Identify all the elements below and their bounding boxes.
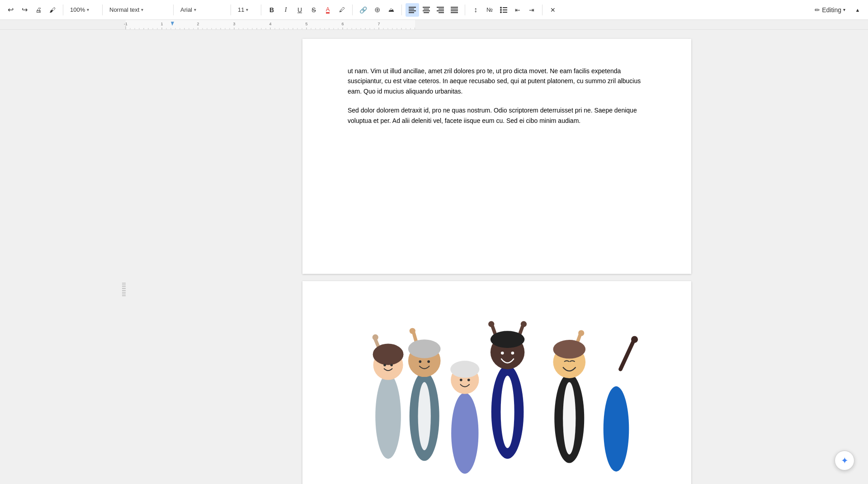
svg-point-16 xyxy=(500,7,502,9)
sep8 xyxy=(465,5,465,15)
svg-text:3: 3 xyxy=(233,22,235,26)
align-right-button[interactable] xyxy=(434,3,447,17)
page-1-text[interactable]: ut nam. Vim ut illud ancillae, amet zril… xyxy=(348,66,646,126)
sep5 xyxy=(261,5,261,15)
format-paint-button[interactable]: 🖌 xyxy=(46,3,59,17)
sep1 xyxy=(63,5,63,15)
print-button[interactable]: 🖨 xyxy=(32,3,45,17)
font-family-value: Arial xyxy=(180,6,192,13)
svg-text:-1: -1 xyxy=(124,22,127,26)
svg-point-114 xyxy=(419,360,421,363)
svg-rect-0 xyxy=(409,7,416,8)
svg-rect-10 xyxy=(437,10,444,11)
align-left-button[interactable] xyxy=(406,3,419,17)
bold-icon: B xyxy=(269,6,274,14)
content-area: ut nam. Vim ut illud ancillae, amet zril… xyxy=(0,30,868,484)
alignment-group xyxy=(406,3,461,17)
paragraph-1[interactable]: ut nam. Vim ut illud ancillae, amet zril… xyxy=(348,66,646,96)
highlight-button[interactable]: 🖊 xyxy=(335,3,349,17)
svg-rect-22 xyxy=(0,20,126,29)
svg-rect-7 xyxy=(424,12,429,13)
svg-text:5: 5 xyxy=(305,22,307,26)
svg-point-132 xyxy=(578,330,584,336)
svg-point-124 xyxy=(521,321,527,327)
line-spacing-button[interactable]: ↕ xyxy=(469,3,482,17)
svg-rect-13 xyxy=(451,9,458,9)
link-button[interactable]: 🔗 xyxy=(356,3,370,17)
underline-icon: U xyxy=(297,6,302,14)
svg-point-120 xyxy=(467,379,470,381)
svg-point-107 xyxy=(390,364,393,367)
strikethrough-icon: S xyxy=(311,6,316,14)
svg-rect-19 xyxy=(503,9,507,10)
paragraph-2[interactable]: Sed dolor dolorem detraxit id, pro ne qu… xyxy=(348,105,646,126)
editing-mode-label: Editing xyxy=(822,6,841,14)
font-family-select[interactable]: Arial ▾ xyxy=(177,3,227,17)
svg-point-134 xyxy=(563,382,576,454)
svg-point-119 xyxy=(460,379,462,381)
style-select[interactable]: Normal text ▾ xyxy=(106,3,170,17)
svg-point-116 xyxy=(451,393,478,474)
svg-rect-5 xyxy=(424,9,429,9)
svg-point-103 xyxy=(375,374,401,459)
text-format-group: B I U S A 🖊 xyxy=(265,3,349,17)
svg-point-138 xyxy=(631,336,638,343)
zoom-caret-icon: ▾ xyxy=(87,7,89,12)
svg-point-136 xyxy=(553,340,585,358)
svg-rect-17 xyxy=(503,7,507,8)
align-center-button[interactable] xyxy=(420,3,433,17)
svg-rect-11 xyxy=(439,12,444,13)
insert-comment-button[interactable]: ⊕ xyxy=(370,3,384,17)
strikethrough-button[interactable]: S xyxy=(307,3,321,17)
svg-point-20 xyxy=(500,11,502,13)
bold-button[interactable]: B xyxy=(265,3,278,17)
zoom-select[interactable]: 100% ▾ xyxy=(67,3,99,17)
insert-icon: ⊕ xyxy=(374,5,380,14)
toolbar: ↩ ↪ 🖨 🖌 100% ▾ Normal text ▾ Arial ▾ 11 … xyxy=(0,0,868,20)
svg-text:4: 4 xyxy=(269,22,271,26)
svg-point-118 xyxy=(450,361,479,378)
editing-mode-caret-icon: ▾ xyxy=(843,7,845,12)
redo-button[interactable]: ↪ xyxy=(18,3,31,17)
align-justify-button[interactable] xyxy=(448,3,461,17)
document-page-1: ut nam. Vim ut illud ancillae, amet zril… xyxy=(302,39,691,274)
indent-less-button[interactable]: ⇤ xyxy=(511,3,524,17)
svg-point-102 xyxy=(373,334,378,340)
svg-rect-4 xyxy=(423,7,430,8)
svg-marker-25 xyxy=(171,22,174,26)
zoom-value: 100% xyxy=(70,6,85,13)
sep2 xyxy=(102,5,103,15)
insert-group: 🔗 ⊕ ⛰ xyxy=(356,3,398,17)
redo-icon: ↪ xyxy=(22,5,28,14)
style-caret-icon: ▾ xyxy=(141,7,143,12)
editing-mode-selector[interactable]: ✏ Editing ▾ xyxy=(810,5,850,15)
align-justify-icon xyxy=(451,7,458,13)
insert-image-button[interactable]: ⛰ xyxy=(384,3,398,17)
svg-point-105 xyxy=(373,344,404,365)
indent-more-button[interactable]: ⇥ xyxy=(525,3,538,17)
undo-button[interactable]: ↩ xyxy=(4,3,17,17)
italic-button[interactable]: I xyxy=(279,3,292,17)
svg-rect-2 xyxy=(409,10,416,11)
format-paint-icon: 🖌 xyxy=(49,6,56,14)
underline-button[interactable]: U xyxy=(293,3,307,17)
svg-text:2: 2 xyxy=(197,22,199,26)
svg-point-115 xyxy=(427,360,430,363)
collapse-button[interactable]: ▲ xyxy=(851,3,864,17)
svg-point-139 xyxy=(604,386,629,472)
svg-text:7: 7 xyxy=(377,22,380,26)
sep4 xyxy=(231,5,231,15)
indent-less-icon: ⇤ xyxy=(515,6,520,14)
page-2-image-area xyxy=(348,299,646,484)
font-size-value: 11 xyxy=(238,6,244,13)
font-size-select[interactable]: 11 ▾ xyxy=(235,3,257,17)
bullet-list-button[interactable] xyxy=(497,3,510,17)
link-icon: 🔗 xyxy=(359,6,367,14)
pages-container[interactable]: ut nam. Vim ut illud ancillae, amet zril… xyxy=(126,30,868,484)
text-color-button[interactable]: A xyxy=(321,3,335,17)
clear-format-button[interactable]: ✕ xyxy=(546,3,560,17)
ai-assistant-button[interactable]: ✦ xyxy=(835,451,854,470)
svg-point-109 xyxy=(410,328,415,334)
numbered-list-button[interactable]: № xyxy=(483,3,496,17)
font-size-caret-icon: ▾ xyxy=(246,7,248,12)
